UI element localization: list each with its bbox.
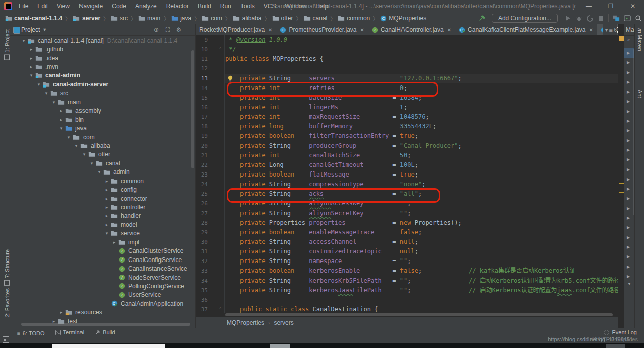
tree-right-arrow-icon[interactable]: ▸ (58, 108, 65, 113)
chevron-right-icon[interactable]: » (624, 36, 635, 44)
stop-icon[interactable] (595, 13, 606, 23)
close-tab-icon[interactable]: ✕ (589, 27, 593, 33)
menu-tools[interactable]: Tools (236, 0, 259, 12)
close-tab-icon[interactable]: ✕ (447, 27, 451, 33)
tree-item-CanalClusterService[interactable]: ICanalClusterService (10, 247, 191, 255)
problems-indicator[interactable] (619, 36, 624, 41)
breadcrumb-item-java[interactable]: java (171, 15, 191, 22)
tool-button-project[interactable]: 1: Project (0, 29, 10, 62)
video-progress-handle[interactable] (270, 344, 290, 348)
editor-horizontal-scrollbar[interactable] (196, 313, 618, 317)
tool-window-toggle-icon[interactable] (3, 336, 9, 343)
menu-refactor[interactable]: Refactor (162, 0, 193, 12)
tree-item-java[interactable]: ▾java (10, 124, 191, 132)
run-icon[interactable] (562, 13, 573, 23)
build-hammer-icon[interactable] (476, 13, 488, 23)
tree-down-arrow-icon[interactable]: ▾ (58, 126, 65, 131)
breadcrumb-item-com[interactable]: com (202, 15, 222, 22)
tree-item-CanalConfigService[interactable]: ICanalConfigService (10, 255, 191, 264)
hidden-tabs-control[interactable]: ▾ ≣ 6 (603, 24, 617, 35)
tree-item-admin[interactable]: ▾admin (10, 168, 191, 177)
tree-item-resources[interactable]: ▸resources (10, 308, 191, 317)
breadcrumb-item-main[interactable]: main (138, 15, 160, 22)
tree-down-arrow-icon[interactable]: ▾ (65, 135, 72, 140)
menu-analyze[interactable]: Analyze (131, 0, 162, 12)
project-structure-icon[interactable] (611, 13, 622, 23)
tree-item-.github[interactable]: ▸.github (10, 45, 191, 53)
tree-item-bin[interactable]: ▸bin (10, 115, 191, 124)
tree-item-src[interactable]: ▾src (10, 89, 191, 98)
tool-button-ant[interactable]: Ant (636, 90, 643, 98)
close-tab-icon[interactable]: ✕ (360, 27, 364, 33)
tree-item-canal-admin[interactable]: ▾canal-admin (10, 71, 191, 80)
tree-right-arrow-icon[interactable]: ▸ (103, 213, 110, 218)
tree-right-arrow-icon[interactable]: ▸ (103, 205, 110, 210)
tree-right-arrow-icon[interactable]: ▸ (58, 117, 65, 122)
breadcrumb-member[interactable]: servers (274, 319, 293, 326)
run-anything-icon[interactable] (622, 13, 633, 23)
tree-horizontal-scrollbar[interactable] (21, 323, 190, 326)
tree-item-CanalInstanceService[interactable]: ICanalInstanceService (10, 264, 191, 273)
breadcrumb-item-otter[interactable]: otter (272, 15, 293, 22)
maven-item-expand-icon[interactable]: ▶ (624, 223, 635, 232)
minimize-button[interactable]: — (578, 0, 600, 12)
tree-right-arrow-icon[interactable]: ▸ (58, 310, 65, 315)
menu-edit[interactable]: Edit (33, 0, 52, 12)
close-button[interactable]: ✕ (622, 0, 644, 12)
tree-item-config[interactable]: ▸config (10, 185, 191, 194)
tree-item-common[interactable]: ▸common (10, 177, 191, 185)
debug-icon[interactable] (573, 13, 584, 23)
tree-down-arrow-icon[interactable]: ▾ (28, 73, 35, 78)
tree-right-arrow-icon[interactable]: ▸ (103, 196, 110, 201)
video-progress-bar[interactable] (0, 343, 644, 348)
fold-marker-icon[interactable]: ⌃ (218, 307, 223, 312)
maven-item-expand-icon[interactable]: ▶ (624, 272, 635, 281)
maven-item-expand-icon[interactable]: ▶ (624, 262, 635, 272)
event-log-button[interactable]: Event Log (604, 328, 637, 336)
locate-file-icon[interactable]: ⊕ (151, 26, 162, 33)
tree-item-.mvn[interactable]: ▸.mvn (10, 62, 191, 71)
tree-item-assembly[interactable]: ▸assembly (10, 107, 191, 115)
tree-right-arrow-icon[interactable]: ▸ (103, 187, 110, 192)
tree-down-arrow-icon[interactable]: ▾ (43, 91, 50, 96)
close-tab-icon[interactable]: ✕ (268, 27, 272, 33)
tab-RocketMQProducer.java[interactable]: RocketMQProducer.java✕ (196, 24, 276, 35)
menu-code[interactable]: Code (107, 0, 131, 12)
tree-down-arrow-icon[interactable]: ▾ (73, 143, 80, 148)
chevron-down-icon[interactable]: ▼ (42, 27, 47, 32)
tree-item-alibaba[interactable]: ▾alibaba (10, 141, 191, 150)
collapse-all-icon[interactable]: ⛶ (162, 26, 173, 33)
breadcrumb-item-canal[interactable]: canal (304, 15, 328, 22)
tree-item-CanalAdminApplication[interactable]: CCanalAdminApplication (10, 299, 191, 308)
tree-item-PollingConfigService[interactable]: IPollingConfigService (10, 282, 191, 290)
tree-item-handler[interactable]: ▸handler (10, 212, 191, 220)
tree-item-model[interactable]: ▸model (10, 220, 191, 229)
settings-gear-icon[interactable]: ⚙ (173, 26, 184, 33)
tool-button-favorites[interactable]: 2: Favorites (0, 288, 10, 317)
menu-navigate[interactable]: Navigate (74, 0, 107, 12)
tree-item-controller[interactable]: ▸controller (10, 203, 191, 211)
hide-panel-icon[interactable]: — (184, 26, 195, 33)
maven-item-expand-icon[interactable]: ▶ (624, 242, 635, 252)
tree-right-arrow-icon[interactable]: ▸ (28, 64, 35, 69)
tree-right-arrow-icon[interactable]: ▸ (111, 240, 118, 245)
fold-marker-icon[interactable]: ⌃ (218, 47, 223, 52)
tree-right-arrow-icon[interactable]: ▸ (103, 222, 110, 227)
tree-down-arrow-icon[interactable]: ▾ (20, 38, 27, 43)
tab-PrometheusProvider.java[interactable]: CPrometheusProvider.java✕ (276, 24, 368, 35)
menu-run[interactable]: Run (216, 0, 236, 12)
tree-down-arrow-icon[interactable]: ▾ (50, 100, 57, 105)
warning-mark[interactable] (619, 192, 624, 193)
add-configuration-button[interactable]: Add Configuration... (492, 14, 558, 23)
tree-item-otter[interactable]: ▾otter (10, 150, 191, 159)
project-panel-title[interactable]: Project (21, 26, 40, 33)
tab-CanalKafkaClientFlatMessageExample.java[interactable]: CCanalKafkaClientFlatMessageExample.java… (455, 24, 597, 35)
tool-button-maven[interactable]: m Maven (636, 28, 643, 51)
tree-down-arrow-icon[interactable]: ▾ (88, 161, 95, 166)
maximize-button[interactable]: ❐ (600, 0, 622, 12)
breadcrumb-item-common[interactable]: common (338, 15, 370, 22)
tree-right-arrow-icon[interactable]: ▸ (103, 179, 110, 184)
tab-CanalHAController.java[interactable]: ICanalHAController.java✕ (368, 24, 455, 35)
coverage-icon[interactable] (584, 13, 595, 23)
tree-item-UserService[interactable]: IUserService (10, 291, 191, 299)
